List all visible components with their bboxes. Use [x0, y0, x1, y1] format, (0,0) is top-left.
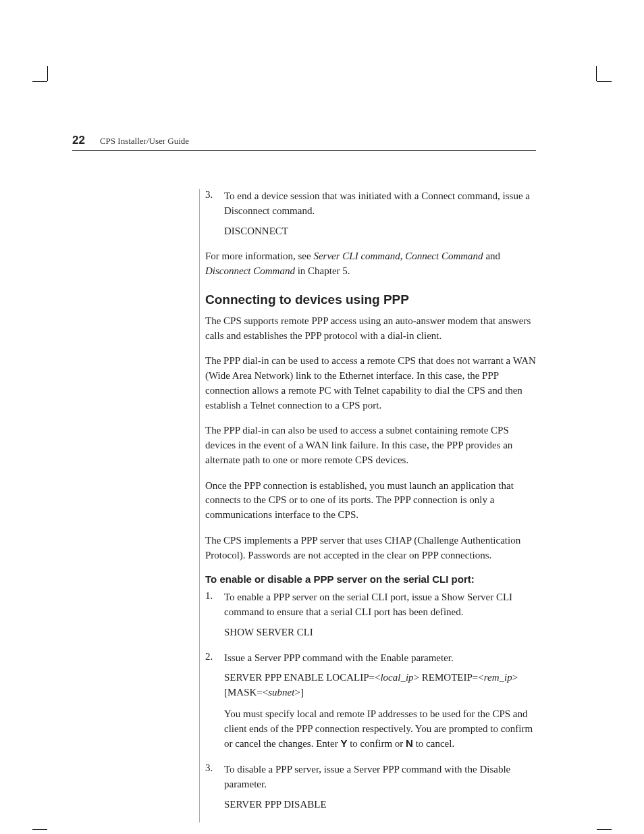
body-paragraph: The PPP dial-in can be used to access a …	[205, 354, 541, 413]
cmd-part: SERVER PPP ENABLE LOCALIP=<	[224, 672, 380, 683]
command-text: DISCONNECT	[224, 224, 541, 239]
list-item: 2. Issue a Server PPP command with the E…	[200, 651, 541, 759]
list-body: Issue a Server PPP command with the Enab…	[224, 651, 541, 759]
command-text: SERVER PPP ENABLE LOCALIP=<local_ip> REM…	[224, 671, 541, 700]
crop-mark	[596, 66, 597, 81]
document-title: CPS Installer/User Guide	[100, 136, 189, 147]
list-item: 3. To end a device session that was init…	[200, 189, 541, 245]
procedure-heading: To enable or disable a PPP server on the…	[205, 573, 541, 585]
step-subparagraph: You must specify local and remote IP add…	[224, 707, 541, 752]
header-rule	[72, 150, 536, 151]
list-body: To end a device session that was initiat…	[224, 189, 541, 245]
list-body: To disable a PPP server, issue a Server …	[224, 762, 541, 818]
key-n: N	[406, 737, 413, 749]
text: to cancel.	[413, 738, 454, 749]
crop-mark	[47, 66, 48, 81]
cmd-param: local_ip	[380, 672, 413, 683]
list-number: 1.	[205, 590, 224, 646]
body-paragraph: The PPP dial-in can also be used to acce…	[205, 423, 541, 467]
key-y: Y	[340, 737, 347, 749]
content-column: 3. To end a device session that was init…	[199, 189, 541, 823]
cmd-part: >]	[294, 687, 303, 698]
list-number: 3.	[205, 189, 224, 245]
text: to confirm or	[347, 738, 406, 749]
cmd-param: rem_ip	[484, 672, 512, 683]
cmd-param: subnet	[268, 687, 294, 698]
crop-mark	[597, 829, 612, 830]
command-text: SHOW SERVER CLI	[224, 625, 541, 640]
reference-italic: Server CLI command, Connect Command	[313, 251, 483, 261]
list-number: 2.	[205, 651, 224, 759]
text: For more information, see	[205, 251, 313, 261]
step-text: To end a device session that was initiat…	[224, 190, 530, 216]
crop-mark	[32, 829, 47, 830]
body-paragraph: The CPS implements a PPP server that use…	[205, 533, 541, 563]
body-paragraph: The CPS supports remote PPP access using…	[205, 314, 541, 344]
text: and	[483, 251, 500, 261]
body-paragraph: Once the PPP connection is established, …	[205, 479, 541, 523]
crop-mark	[597, 81, 612, 82]
more-info-paragraph: For more information, see Server CLI com…	[205, 249, 541, 279]
step-text: To disable a PPP server, issue a Server …	[224, 764, 510, 789]
crop-mark	[32, 81, 47, 82]
list-body: To enable a PPP server on the serial CLI…	[224, 590, 541, 646]
list-item: 1. To enable a PPP server on the serial …	[200, 590, 541, 646]
step-text: To enable a PPP server on the serial CLI…	[224, 592, 512, 617]
list-item: 3. To disable a PPP server, issue a Serv…	[200, 762, 541, 818]
section-heading: Connecting to devices using PPP	[205, 292, 541, 307]
text: in Chapter 5.	[295, 265, 350, 276]
page: 22 CPS Installer/User Guide 3. To end a …	[0, 0, 644, 834]
page-header: 22 CPS Installer/User Guide	[72, 134, 572, 147]
reference-italic: Disconnect Command	[205, 265, 295, 276]
command-text: SERVER PPP DISABLE	[224, 798, 541, 812]
step-text: Issue a Server PPP command with the Enab…	[224, 652, 454, 663]
list-number: 3.	[205, 762, 224, 818]
page-number: 22	[72, 134, 85, 147]
cmd-part: > REMOTEIP=<	[414, 672, 484, 683]
